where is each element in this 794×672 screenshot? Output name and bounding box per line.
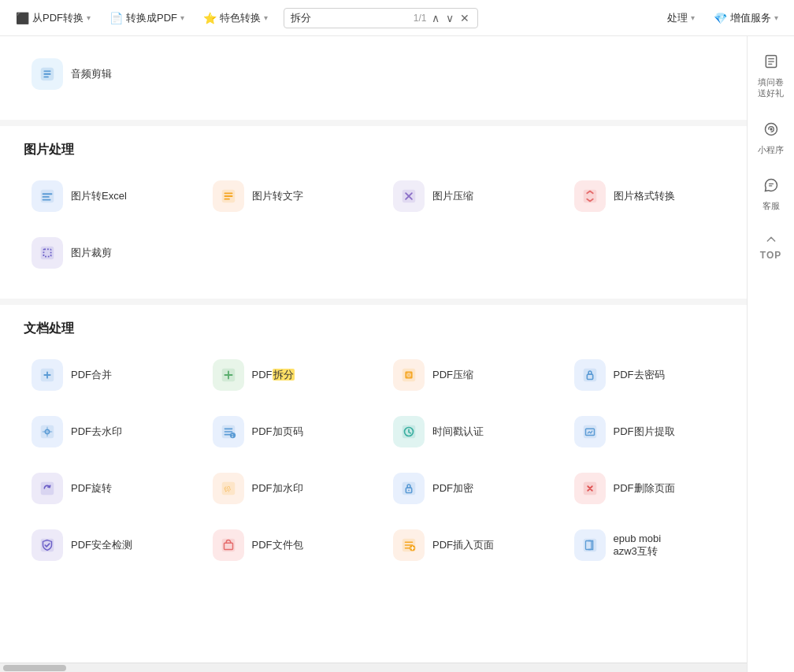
toolbar-process[interactable]: 处理 ▾ — [658, 6, 704, 30]
to-pdf-chevron: ▾ — [180, 13, 184, 22]
search-prev-button[interactable]: ∧ — [430, 12, 441, 24]
special-convert-chevron: ▾ — [264, 13, 268, 22]
process-label: 处理 — [667, 11, 688, 25]
tool-pdf-page-num[interactable]: 1 PDF加页码 — [205, 410, 370, 454]
toolbar-from-pdf[interactable]: ⬛ 从PDF转换 ▾ — [6, 6, 100, 30]
audio-tool-grid: 音频剪辑 — [24, 52, 731, 96]
svg-point-30 — [408, 489, 410, 491]
search-input[interactable] — [291, 12, 407, 24]
tool-epub-mobi[interactable]: epub mobi azw3互转 — [566, 523, 732, 567]
tool-pdf-insert-page-label: PDF插入页面 — [432, 538, 494, 552]
tool-pdf-delete-page[interactable]: PDF删除页面 — [566, 466, 732, 510]
svg-rect-2 — [43, 193, 53, 195]
tool-pdf-add-watermark[interactable]: 印 PDF加水印 — [205, 466, 370, 510]
tool-pdf-remove-watermark[interactable]: PDF去水印 — [24, 410, 189, 454]
to-pdf-label: 转换成PDF — [126, 11, 177, 25]
tool-pdf-insert-page[interactable]: PDF插入页面 — [385, 523, 551, 567]
special-convert-label: 特色转换 — [220, 11, 261, 25]
main-content: 音频剪辑 图片处理 图片转Excel — [0, 36, 794, 672]
tool-img-excel-label: 图片转Excel — [71, 189, 127, 203]
tool-pdf-merge[interactable]: PDF合并 — [24, 353, 189, 397]
value-service-chevron: ▾ — [774, 13, 778, 22]
divider-2 — [0, 299, 755, 305]
survey-icon — [763, 54, 779, 73]
divider-1 — [0, 120, 755, 126]
search-nav: 1/1 ∧ ∨ ✕ — [414, 12, 471, 24]
tool-pdf-security-label: PDF安全检测 — [71, 538, 132, 552]
tool-pdf-rotate[interactable]: PDF旋转 — [24, 466, 189, 510]
tool-img-crop[interactable]: 图片裁剪 — [24, 231, 189, 275]
from-pdf-chevron: ▾ — [87, 13, 91, 22]
from-pdf-label: 从PDF转换 — [32, 11, 83, 25]
value-service-label: 增值服务 — [730, 11, 771, 25]
tool-pdf-package[interactable]: PDF文件包 — [205, 523, 370, 567]
tool-pdf-img-extract[interactable]: PDF图片提取 — [566, 410, 732, 454]
horizontal-scrollbar[interactable] — [0, 663, 747, 672]
doc-tool-grid: PDF合并 PDF拆分 — [24, 353, 731, 567]
right-panel-survey[interactable]: 填问卷送好礼 — [750, 49, 792, 104]
tool-audio-cut-label: 音频剪辑 — [71, 67, 112, 81]
tool-pdf-decrypt[interactable]: PDF去密码 — [566, 353, 732, 397]
tool-img-text-label: 图片转文字 — [252, 189, 303, 203]
toolbar-value-service[interactable]: 💎 增值服务 ▾ — [704, 6, 788, 30]
tool-epub-mobi-label: epub mobi azw3互转 — [614, 533, 662, 559]
tool-pdf-page-num-label: PDF加页码 — [252, 425, 303, 439]
toolbar-special-convert[interactable]: ⭐ 特色转换 ▾ — [194, 6, 277, 30]
search-next-button[interactable]: ∨ — [444, 12, 455, 24]
miniapp-icon — [763, 121, 779, 141]
right-panel: 填问卷送好礼 小程序 客服 TOP — [747, 36, 794, 672]
scrollbar-thumb[interactable] — [3, 665, 66, 671]
tool-img-format-label: 图片格式转换 — [614, 189, 675, 203]
tool-timestamp[interactable]: 时间戳认证 — [385, 410, 551, 454]
search-counter: 1/1 — [414, 13, 427, 24]
search-bar: 1/1 ∧ ∨ ✕ — [284, 8, 478, 28]
doc-section-title: 文档处理 — [24, 321, 731, 337]
image-tool-grid: 图片转Excel 图片转文字 — [24, 174, 731, 275]
tool-img-to-excel[interactable]: 图片转Excel — [24, 174, 189, 218]
toolbar: ⬛ 从PDF转换 ▾ 📄 转换成PDF ▾ ⭐ 特色转换 ▾ 1/1 ∧ ∨ ✕… — [0, 0, 794, 36]
tool-img-compress[interactable]: 图片压缩 — [385, 174, 551, 218]
tool-pdf-rotate-label: PDF旋转 — [71, 481, 112, 496]
svg-rect-4 — [43, 199, 51, 201]
tool-pdf-split-label: PDF拆分 — [252, 368, 295, 382]
svg-rect-8 — [41, 247, 54, 260]
svg-point-41 — [770, 128, 772, 130]
svg-rect-25 — [41, 482, 54, 496]
tool-pdf-compress-label: PDF压缩 — [432, 368, 473, 382]
tool-pdf-decrypt-label: PDF去密码 — [614, 368, 665, 382]
right-panel-miniapp[interactable]: 小程序 — [750, 117, 792, 160]
tool-pdf-split[interactable]: PDF拆分 — [205, 353, 370, 397]
section-doc-processing: 文档处理 PDF合并 — [24, 321, 731, 567]
tool-pdf-compress[interactable]: PDF压缩 — [385, 353, 551, 397]
image-section-title: 图片处理 — [24, 142, 731, 158]
tool-pdf-encrypt[interactable]: PDF加密 — [385, 466, 551, 510]
service-label: 客服 — [762, 200, 780, 211]
miniapp-label: 小程序 — [758, 144, 784, 155]
tool-img-compress-label: 图片压缩 — [432, 189, 473, 203]
tool-pdf-security[interactable]: PDF安全检测 — [24, 523, 189, 567]
survey-label: 填问卷送好礼 — [758, 76, 784, 99]
tool-pdf-delete-page-label: PDF删除页面 — [614, 481, 675, 496]
top-button[interactable]: TOP — [750, 228, 792, 265]
process-chevron: ▾ — [691, 13, 695, 22]
tool-pdf-add-watermark-label: PDF加水印 — [252, 481, 303, 496]
section-image-processing: 图片处理 图片转Excel — [24, 142, 731, 275]
toolbar-to-pdf[interactable]: 📄 转换成PDF ▾ — [100, 6, 194, 30]
tool-audio-cut[interactable]: 音频剪辑 — [24, 52, 189, 96]
tool-img-to-text[interactable]: 图片转文字 — [205, 174, 370, 218]
right-panel-service[interactable]: 客服 — [750, 173, 792, 216]
tool-pdf-img-extract-label: PDF图片提取 — [614, 425, 675, 439]
tool-img-format[interactable]: 图片格式转换 — [566, 174, 732, 218]
tool-pdf-remove-watermark-label: PDF去水印 — [71, 425, 122, 439]
tool-pdf-merge-label: PDF合并 — [71, 368, 112, 382]
tool-img-crop-label: 图片裁剪 — [71, 246, 112, 260]
service-icon — [763, 177, 779, 197]
top-label: TOP — [760, 250, 781, 261]
svg-rect-3 — [43, 196, 50, 198]
split-highlight: 拆分 — [273, 369, 295, 381]
tool-pdf-package-label: PDF文件包 — [252, 538, 303, 552]
section-audio: 音频剪辑 — [24, 52, 731, 96]
tool-timestamp-label: 时间戳认证 — [432, 425, 484, 439]
tool-pdf-encrypt-label: PDF加密 — [432, 481, 473, 496]
search-close-button[interactable]: ✕ — [458, 12, 471, 24]
